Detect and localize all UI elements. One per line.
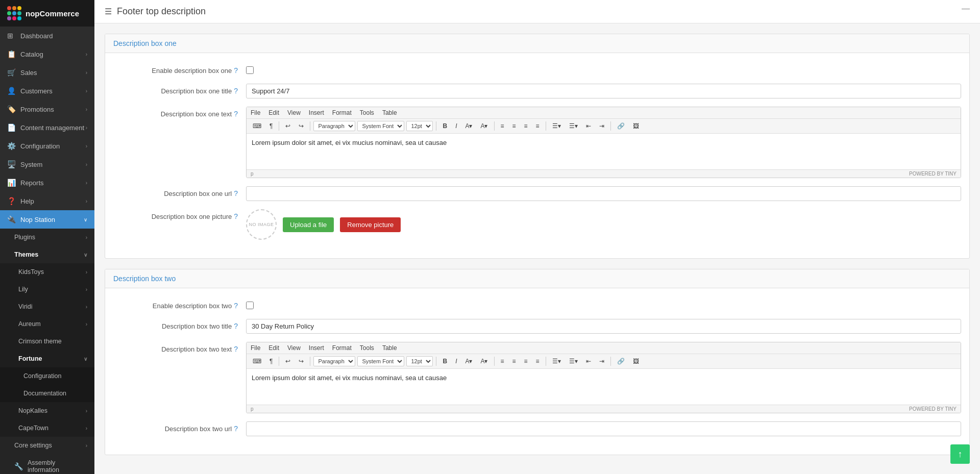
- sidebar-item-fortune-documentation[interactable]: Documentation: [0, 385, 94, 402]
- sidebar-item-capetown[interactable]: CapeTown ›: [0, 419, 94, 437]
- toolbar-italic-btn[interactable]: I: [452, 121, 460, 131]
- enable-help-icon[interactable]: ?: [234, 66, 238, 74]
- toolbar-image-btn[interactable]: 🖼: [630, 121, 642, 131]
- toolbar-indent-btn[interactable]: ⇥: [596, 121, 607, 131]
- toolbar2-indent-btn[interactable]: ⇥: [596, 356, 607, 366]
- editor2-menu-edit[interactable]: Edit: [268, 344, 279, 352]
- sidebar-item-aureum[interactable]: Aureum ›: [0, 315, 94, 333]
- toolbar-outdent-btn[interactable]: ⇤: [583, 121, 594, 131]
- url-box-two-input[interactable]: [246, 421, 961, 436]
- toolbar2-alignleft-btn[interactable]: ≡: [498, 356, 507, 366]
- sidebar-item-fortune[interactable]: Fortune ∨: [0, 350, 94, 367]
- sidebar-item-plugins[interactable]: Plugins ›: [0, 229, 94, 246]
- url-help-icon[interactable]: ?: [234, 189, 238, 197]
- sidebar-item-kidstoys[interactable]: KidsToys ›: [0, 263, 94, 281]
- toolbar-ol-btn[interactable]: ☰▾: [566, 121, 581, 131]
- url-two-help-icon[interactable]: ?: [234, 425, 238, 433]
- sidebar-item-catalog[interactable]: 📋 Catalog ›: [0, 45, 94, 63]
- toolbar-bold-btn[interactable]: B: [439, 121, 450, 131]
- title-two-help-icon[interactable]: ?: [234, 322, 238, 330]
- toolbar-link-btn[interactable]: 🔗: [614, 121, 628, 131]
- sidebar-item-reports[interactable]: 📊 Reports ›: [0, 173, 94, 192]
- toolbar2-source2-btn[interactable]: ¶: [266, 356, 276, 366]
- toolbar2-bgcolor-btn[interactable]: A▾: [477, 356, 491, 366]
- toolbar2-ol-btn[interactable]: ☰▾: [566, 356, 581, 366]
- toolbar2-aligncenter-btn[interactable]: ≡: [509, 356, 519, 366]
- editor2-menu-tools[interactable]: Tools: [360, 344, 374, 352]
- sidebar-item-dashboard[interactable]: ⊞ Dashboard: [0, 27, 94, 45]
- toolbar-ul-btn[interactable]: ☰▾: [549, 121, 564, 131]
- toolbar2-bold-btn[interactable]: B: [439, 356, 450, 366]
- title-box-one-input[interactable]: [246, 84, 961, 98]
- sidebar-item-promotions[interactable]: 🏷️ Promotions ›: [0, 100, 94, 118]
- sidebar-item-nopkalles[interactable]: NopKalles ›: [0, 402, 94, 419]
- sidebar-logo[interactable]: nopCommerce: [0, 0, 94, 27]
- editor2-menu-table[interactable]: Table: [382, 344, 397, 352]
- toolbar2-format-select[interactable]: Paragraph: [313, 356, 355, 366]
- sidebar-item-crimson-theme[interactable]: Crimson theme: [0, 333, 94, 350]
- editor-menu-table[interactable]: Table: [382, 109, 397, 116]
- title-help-icon[interactable]: ?: [234, 87, 238, 95]
- editor-menu-format[interactable]: Format: [332, 109, 352, 116]
- toolbar2-size-select[interactable]: 12pt: [406, 356, 433, 366]
- toolbar2-redo-btn[interactable]: ↪: [296, 356, 307, 366]
- toolbar-font-select[interactable]: System Font: [357, 121, 404, 131]
- toolbar-size-select[interactable]: 12pt: [406, 121, 433, 131]
- toolbar-source2-btn[interactable]: ¶: [266, 121, 276, 131]
- toolbar2-link-btn[interactable]: 🔗: [614, 356, 628, 366]
- title-box-two-input[interactable]: [246, 319, 961, 334]
- editor2-menu-file[interactable]: File: [251, 344, 260, 352]
- toolbar2-alignright-btn[interactable]: ≡: [521, 356, 531, 366]
- sidebar-item-system[interactable]: 🖥️ System ›: [0, 155, 94, 173]
- editor2-menu-view[interactable]: View: [287, 344, 301, 352]
- minimize-button[interactable]: —: [962, 4, 970, 13]
- sidebar-item-assembly-information[interactable]: 🔧 Assembly information: [0, 454, 94, 474]
- editor2-menu-format[interactable]: Format: [332, 344, 352, 352]
- text-help-icon[interactable]: ?: [234, 110, 238, 118]
- text-two-help-icon[interactable]: ?: [234, 345, 238, 353]
- toolbar-bgcolor-btn[interactable]: A▾: [477, 121, 491, 131]
- sidebar-item-customers[interactable]: 👤 Customers ›: [0, 82, 94, 100]
- editor-menu-file[interactable]: File: [251, 109, 260, 116]
- sidebar-item-viridi[interactable]: Viridi ›: [0, 298, 94, 315]
- sidebar-item-configuration[interactable]: ⚙️ Configuration ›: [0, 137, 94, 155]
- upload-file-button[interactable]: Upload a file: [283, 217, 334, 232]
- toolbar-source-btn[interactable]: ⌨: [250, 121, 264, 131]
- toolbar-fontcolor-btn[interactable]: A▾: [462, 121, 475, 131]
- editor2-menu-insert[interactable]: Insert: [309, 344, 324, 352]
- enable-box-two-checkbox[interactable]: [246, 302, 254, 309]
- toolbar2-font-select[interactable]: System Font: [357, 356, 404, 366]
- toolbar-alignjustify-btn[interactable]: ≡: [533, 121, 543, 131]
- picture-help-icon[interactable]: ?: [234, 212, 238, 220]
- toolbar2-ul-btn[interactable]: ☰▾: [549, 356, 564, 366]
- toolbar-redo-btn[interactable]: ↪: [296, 121, 307, 131]
- sidebar-item-fortune-configuration[interactable]: Configuration: [0, 367, 94, 385]
- editor-menu-edit[interactable]: Edit: [268, 109, 279, 116]
- sidebar-item-themes[interactable]: Themes ∨: [0, 246, 94, 263]
- enable-two-help-icon[interactable]: ?: [234, 302, 238, 310]
- sidebar-item-help[interactable]: ❓ Help ›: [0, 192, 94, 210]
- hamburger-icon[interactable]: ☰: [105, 7, 112, 16]
- editor-menu-insert[interactable]: Insert: [309, 109, 324, 116]
- sidebar-item-nop-station[interactable]: 🔌 Nop Station ∨: [0, 210, 94, 229]
- toolbar2-undo-btn[interactable]: ↩: [282, 356, 293, 366]
- toolbar2-fontcolor-btn[interactable]: A▾: [462, 356, 475, 366]
- toolbar2-italic-btn[interactable]: I: [452, 356, 460, 366]
- sidebar-item-lily[interactable]: Lily ›: [0, 281, 94, 298]
- toolbar-alignleft-btn[interactable]: ≡: [498, 121, 507, 131]
- editor-menu-tools[interactable]: Tools: [360, 109, 374, 116]
- sidebar-item-sales[interactable]: 🛒 Sales ›: [0, 63, 94, 82]
- enable-box-one-checkbox[interactable]: [246, 66, 254, 74]
- toolbar2-image-btn[interactable]: 🖼: [630, 356, 642, 366]
- toolbar2-outdent-btn[interactable]: ⇤: [583, 356, 594, 366]
- toolbar-aligncenter-btn[interactable]: ≡: [509, 121, 519, 131]
- scroll-to-top-button[interactable]: ↑: [950, 444, 970, 464]
- editor-menu-view[interactable]: View: [287, 109, 301, 116]
- sidebar-item-core-settings[interactable]: Core settings ›: [0, 437, 94, 454]
- toolbar2-alignjustify-btn[interactable]: ≡: [533, 356, 543, 366]
- remove-picture-button[interactable]: Remove picture: [340, 217, 401, 232]
- toolbar-alignright-btn[interactable]: ≡: [521, 121, 531, 131]
- sidebar-item-content-management[interactable]: 📄 Content management ›: [0, 118, 94, 137]
- toolbar-undo-btn[interactable]: ↩: [282, 121, 293, 131]
- toolbar-format-select[interactable]: Paragraph: [313, 121, 355, 131]
